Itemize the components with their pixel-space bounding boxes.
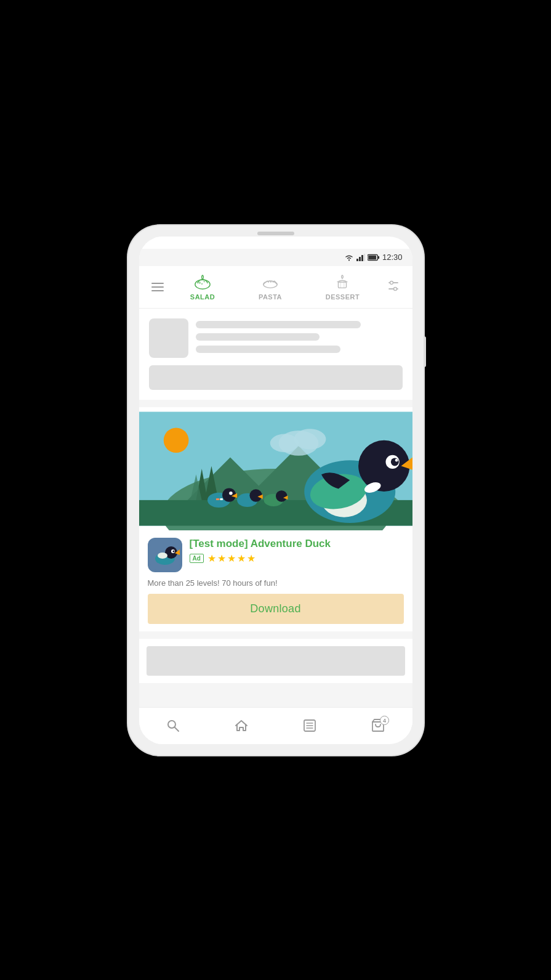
ad-app-row: [Test mode] Adventure Duck Ad ★ ★ ★ ★ ★ <box>148 538 404 572</box>
svg-point-57 <box>276 490 288 502</box>
dessert-icon <box>334 273 351 291</box>
ad-title: [Test mode] Adventure Duck <box>190 538 404 550</box>
tab-pasta[interactable]: PASTA <box>249 271 292 303</box>
wifi-icon <box>344 254 354 261</box>
svg-point-65 <box>158 553 167 559</box>
ad-badge: Ad <box>190 554 204 563</box>
bottom-nav: 4 <box>139 707 412 744</box>
star-2: ★ <box>217 553 226 564</box>
tab-salad[interactable]: SALAD <box>180 271 225 303</box>
svg-rect-4 <box>364 254 365 261</box>
nav-home[interactable] <box>224 716 259 735</box>
star-3: ★ <box>227 553 236 564</box>
nav-menu[interactable] <box>292 716 327 735</box>
phone-screen: 12:30 <box>139 237 412 744</box>
status-time: 12:30 <box>382 253 403 262</box>
home-icon <box>234 718 249 733</box>
filter-button[interactable] <box>382 277 405 298</box>
bottom-skeleton-card <box>139 639 412 683</box>
svg-point-34 <box>270 434 298 452</box>
star-1: ★ <box>207 553 216 564</box>
search-icon <box>166 718 180 733</box>
star-rating: ★ ★ ★ ★ ★ <box>207 553 255 564</box>
content-area: [Test mode] Adventure Duck Ad ★ ★ ★ ★ ★ <box>139 309 412 707</box>
app-icon <box>148 538 182 572</box>
salad-icon <box>194 273 211 291</box>
skeleton-lines <box>196 318 403 353</box>
skeleton-bar <box>149 365 403 390</box>
svg-point-19 <box>393 287 396 290</box>
svg-point-49 <box>229 492 233 495</box>
nav-search[interactable] <box>156 716 190 735</box>
cart-badge: 4 <box>380 716 389 725</box>
nav-bar: SALAD PASTA <box>139 266 412 309</box>
svg-point-44 <box>390 458 398 466</box>
battery-icon <box>368 254 380 261</box>
skeleton-bottom-bar <box>147 646 405 676</box>
svg-rect-51 <box>215 498 219 500</box>
skeleton-line-2 <box>196 333 320 341</box>
signal-icon <box>356 254 365 261</box>
phone-frame: 12:30 <box>128 225 424 755</box>
svg-rect-3 <box>361 255 363 261</box>
pasta-tab-label: PASTA <box>259 293 282 301</box>
star-4: ★ <box>237 553 246 564</box>
salad-tab-label: SALAD <box>190 293 215 301</box>
svg-point-33 <box>294 429 326 449</box>
dessert-tab-label: DESSERT <box>326 293 360 301</box>
svg-line-67 <box>175 727 179 731</box>
skeleton-card <box>139 309 412 400</box>
hamburger-menu[interactable] <box>147 280 169 294</box>
status-bar: 12:30 <box>139 249 412 266</box>
svg-point-18 <box>390 281 393 284</box>
svg-point-45 <box>395 458 398 461</box>
side-button <box>424 336 426 367</box>
svg-rect-2 <box>359 257 361 261</box>
ad-info: [Test mode] Adventure Duck Ad ★ ★ ★ ★ ★ <box>190 538 404 564</box>
svg-rect-1 <box>356 259 358 261</box>
pasta-icon <box>262 273 279 291</box>
svg-point-0 <box>348 259 350 261</box>
tab-dessert[interactable]: DESSERT <box>316 271 369 303</box>
status-icons: 12:30 <box>344 253 403 262</box>
nav-cart[interactable]: 4 <box>361 716 395 735</box>
ad-banner-image <box>139 407 412 530</box>
ad-description: More than 25 levels! 70 hours of fun! <box>148 578 404 588</box>
ad-content: [Test mode] Adventure Duck Ad ★ ★ ★ ★ ★ <box>139 530 412 631</box>
svg-rect-6 <box>378 256 379 259</box>
star-5: ★ <box>247 553 255 564</box>
skeleton-line-1 <box>196 321 361 328</box>
svg-rect-7 <box>368 255 376 259</box>
svg-rect-52 <box>220 498 223 500</box>
ad-rating-row: Ad ★ ★ ★ ★ ★ <box>190 553 404 564</box>
list-icon <box>302 718 317 733</box>
svg-point-63 <box>172 550 174 552</box>
skeleton-image <box>149 318 188 358</box>
svg-point-31 <box>163 427 188 453</box>
ad-card: [Test mode] Adventure Duck Ad ★ ★ ★ ★ ★ <box>139 407 412 631</box>
nav-tabs: SALAD PASTA <box>169 271 382 303</box>
skeleton-row <box>149 318 403 358</box>
svg-point-9 <box>198 281 201 284</box>
download-button[interactable]: Download <box>148 594 404 624</box>
svg-point-10 <box>203 280 205 282</box>
svg-rect-13 <box>339 282 347 288</box>
svg-point-11 <box>201 283 203 285</box>
skeleton-line-3 <box>196 346 340 353</box>
speaker <box>257 232 294 235</box>
svg-point-66 <box>168 721 175 728</box>
